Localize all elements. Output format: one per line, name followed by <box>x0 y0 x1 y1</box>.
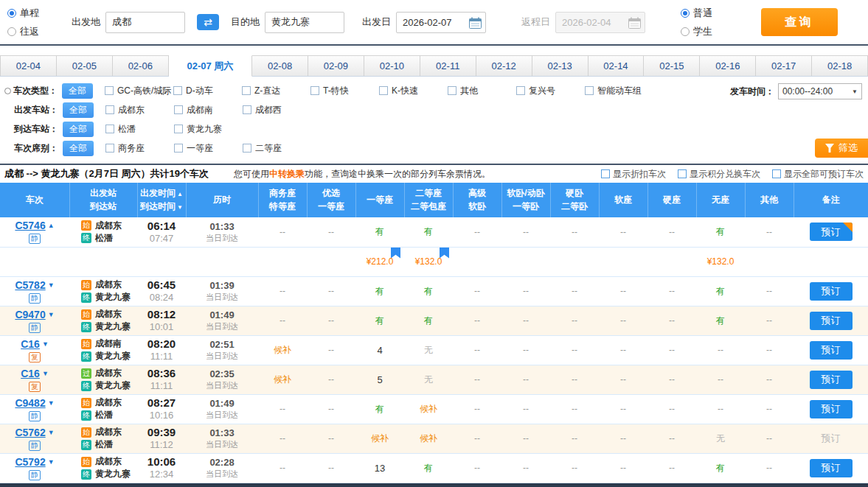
expand-arrow-icon[interactable]: ▼ <box>48 429 55 436</box>
seat-availability-cell[interactable]: 有 <box>355 306 404 335</box>
date-tab[interactable]: 02-17 <box>756 56 812 76</box>
seat-availability-cell: -- <box>647 306 696 335</box>
date-tab[interactable]: 02-08 <box>252 56 308 76</box>
seat-availability-cell[interactable]: 有 <box>696 217 745 247</box>
seat-availability-cell[interactable]: 有 <box>404 217 453 247</box>
book-button[interactable]: 预订 <box>810 223 853 241</box>
date-tab[interactable]: 02-15 <box>644 56 700 76</box>
passenger-type-option[interactable]: 普通 <box>681 7 712 20</box>
filter-all-button[interactable]: 全部 <box>63 122 94 137</box>
train-number-link[interactable]: C5782 <box>15 279 45 291</box>
date-tab[interactable]: 02-14 <box>588 56 645 76</box>
date-tab[interactable]: 02-13 <box>532 56 588 76</box>
date-tab[interactable]: 02-18 <box>812 56 868 76</box>
train-number-link[interactable]: C16 <box>21 338 40 350</box>
date-tab[interactable]: 02-07 周六 <box>169 55 252 77</box>
sort-asc-icon[interactable]: ▲ <box>177 191 183 197</box>
filter-option[interactable]: 成都西 <box>243 104 311 116</box>
filter-option[interactable]: 成都东 <box>105 104 174 116</box>
book-button[interactable]: 预订 <box>810 459 853 477</box>
seat-availability-cell[interactable]: 5 <box>355 365 404 394</box>
filter-option[interactable]: D-动车 <box>173 85 242 97</box>
filter-option[interactable]: 智能动车组 <box>585 85 653 97</box>
date-tab[interactable]: 02-04 <box>0 56 57 76</box>
seat-availability-cell[interactable]: 候补 <box>258 335 307 365</box>
filter-button[interactable]: 筛选 <box>815 139 868 158</box>
filter-option[interactable]: 二等座 <box>243 142 311 155</box>
train-number-link[interactable]: C9482 <box>15 397 45 409</box>
book-button[interactable]: 预订 <box>810 400 853 418</box>
seat-availability-cell[interactable]: 4 <box>355 335 404 365</box>
date-tab[interactable]: 02-11 <box>420 56 476 76</box>
expand-arrow-icon[interactable]: ▼ <box>48 458 55 466</box>
column-header[interactable]: 出发时间▲到达时间▼ <box>137 183 186 217</box>
seat-availability-cell[interactable]: 13 <box>355 453 404 483</box>
filter-option[interactable]: K-快速 <box>379 85 448 97</box>
filter-all-button[interactable]: 全部 <box>62 83 93 99</box>
expand-arrow-icon[interactable]: ▼ <box>48 311 55 318</box>
depart-time-select[interactable]: 00:00--24:00▼ <box>778 83 862 99</box>
trip-type-option[interactable]: 单程 <box>7 7 39 20</box>
filter-option[interactable]: 其他 <box>448 85 516 97</box>
seat-availability-cell[interactable]: 有 <box>355 276 404 306</box>
filter-option[interactable]: T-特快 <box>310 85 379 97</box>
date-tab[interactable]: 02-06 <box>113 56 169 76</box>
date-tab[interactable]: 02-12 <box>476 56 532 76</box>
sort-desc-icon[interactable]: ▼ <box>177 204 183 211</box>
train-number-link[interactable]: C5792 <box>15 456 45 468</box>
date-tab[interactable]: 02-05 <box>57 56 113 76</box>
trip-type-option[interactable]: 往返 <box>7 25 39 38</box>
book-button[interactable]: 预订 <box>810 341 853 360</box>
filter-option[interactable]: GC-高铁/城际 <box>105 85 173 97</box>
seat-availability-cell[interactable]: 有 <box>404 276 453 306</box>
seat-availability-cell[interactable]: 候补 <box>258 365 307 394</box>
seat-availability-cell[interactable]: 有 <box>404 453 453 483</box>
filter-all-button[interactable]: 全部 <box>63 141 94 156</box>
depart-date-input[interactable]: 2026-02-07 <box>396 12 486 33</box>
expand-arrow-icon[interactable]: ▼ <box>48 281 55 289</box>
date-tab[interactable]: 02-10 <box>364 56 420 76</box>
from-station-input[interactable]: 成都 <box>105 12 185 33</box>
date-tab[interactable]: 02-09 <box>308 56 364 76</box>
train-number-link[interactable]: C16 <box>21 368 40 379</box>
filter-all-button[interactable]: 全部 <box>63 102 94 118</box>
collapse-arrow-icon[interactable]: ▲ <box>48 222 55 229</box>
depart-time: 06:45 <box>137 278 186 292</box>
collapse-icon[interactable] <box>4 88 11 94</box>
train-number-link[interactable]: C5762 <box>15 427 45 438</box>
seat-availability-cell[interactable]: 候补 <box>355 424 404 453</box>
to-station-input[interactable]: 黄龙九寨 <box>265 12 344 33</box>
date-tab[interactable]: 02-16 <box>700 56 756 76</box>
result-option[interactable]: 显示全部可预订车次 <box>772 168 864 181</box>
seat-availability-cell[interactable]: 有 <box>696 306 745 335</box>
filter-option[interactable]: Z-直达 <box>242 85 310 97</box>
filter-option[interactable]: 一等座 <box>174 142 243 155</box>
filter-option[interactable]: 黄龙九寨 <box>174 123 243 136</box>
seat-availability-cell[interactable]: 候补 <box>404 424 453 453</box>
expand-arrow-icon[interactable]: ▼ <box>42 370 49 377</box>
filter-option[interactable]: 复兴号 <box>516 85 585 97</box>
filter-option[interactable]: 商务座 <box>105 142 174 155</box>
seat-availability-cell[interactable]: 有 <box>696 276 745 306</box>
filter-option[interactable]: 成都南 <box>174 104 243 116</box>
result-option[interactable]: 显示积分兑换车次 <box>678 168 760 181</box>
query-button[interactable]: 查询 <box>761 8 838 36</box>
seat-availability-cell[interactable]: 有 <box>696 453 745 483</box>
transfer-link[interactable]: 中转换乘 <box>269 169 305 179</box>
expand-arrow-icon[interactable]: ▼ <box>48 399 55 407</box>
result-option[interactable]: 显示折扣车次 <box>601 168 666 181</box>
book-button[interactable]: 预订 <box>810 371 853 389</box>
seat-availability-cell[interactable]: 有 <box>404 306 453 335</box>
book-button[interactable]: 预订 <box>810 282 853 301</box>
expand-arrow-icon[interactable]: ▼ <box>42 340 49 348</box>
swap-stations-icon[interactable] <box>197 14 219 30</box>
station-tag: 始 <box>81 280 91 290</box>
filter-option[interactable]: 松潘 <box>105 123 174 136</box>
book-button[interactable]: 预订 <box>810 312 853 330</box>
seat-availability-cell[interactable]: 有 <box>355 217 404 247</box>
train-number-link[interactable]: C5746 <box>15 220 45 231</box>
passenger-type-option[interactable]: 学生 <box>681 25 712 38</box>
train-number-link[interactable]: C9470 <box>15 309 45 320</box>
seat-availability-cell[interactable]: 有 <box>355 394 404 424</box>
seat-availability-cell[interactable]: 候补 <box>404 394 453 424</box>
